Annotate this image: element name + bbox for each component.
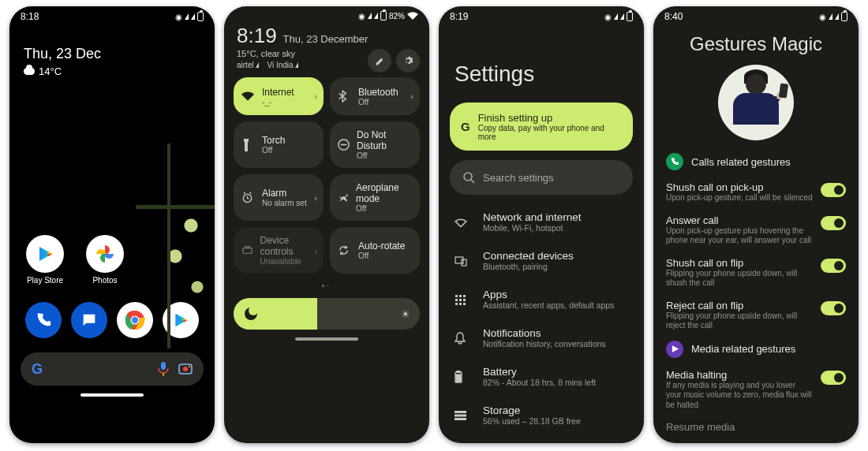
opt-shush-pickup[interactable]: Shush call on pick-upUpon pick-up gestur… [653,177,859,210]
tile-autorotate[interactable]: Auto-rotateOff [330,227,420,274]
media-icon [666,341,683,358]
signal-icon [185,13,189,20]
tile-device-controls[interactable]: Device controlsUnavailable › [234,227,324,274]
app-label: Play Store [27,276,63,285]
search-icon [462,171,475,184]
status-bar: 8:18 ◉ [9,6,215,22]
page-indicator: •· [224,281,429,290]
banner-sub: Copy data, pay with your phone and more [478,124,622,141]
section-calls: Calls related gestures [653,150,859,177]
qs-header: 8:19 Thu, 23 December 15°C, clear sky ai… [224,20,429,77]
tile-dnd[interactable]: Do Not DisturbOff [330,121,420,168]
toggle-switch[interactable] [821,216,846,230]
svg-rect-37 [455,411,466,413]
phone-settings: 8:19 ◉ Settings G Finish setting up Copy… [439,6,644,443]
svg-rect-20 [243,248,252,254]
opt-answer-call[interactable]: Answer callUpon pick-up gesture plus hov… [653,210,859,252]
google-search-bar[interactable]: G [21,352,204,386]
svg-rect-25 [455,295,458,297]
settings-row-notifications[interactable]: NotificationsNotification history, conve… [445,319,638,357]
svg-line-22 [471,180,474,183]
chevron-right-icon: › [314,193,317,203]
sun-icon: ☀ [401,308,410,320]
storage-icon [455,411,470,420]
wifi-icon [241,91,256,101]
dock-phone[interactable] [25,302,62,338]
dock-messages[interactable] [71,302,107,338]
settings-row-apps[interactable]: AppsAssistant, recent apps, default apps [445,280,638,319]
wifi-icon [455,218,470,227]
phone-quick-settings: ◉ 82% 8:19 Thu, 23 December 15°C, clear … [224,6,429,443]
app-label: Photos [92,276,117,285]
apps-icon [455,294,470,305]
widget-date: Thu, 23 Dec [24,46,200,62]
app-photos[interactable]: Photos [84,235,126,285]
airplane-icon [338,192,350,203]
search-placeholder: Search settings [483,172,554,184]
phone-icon [666,153,683,170]
signal-icon-2 [835,13,839,20]
finish-setup-banner[interactable]: G Finish setting up Copy data, pay with … [450,102,633,151]
svg-rect-31 [455,303,458,305]
hotspot-icon: ◉ [604,13,612,21]
mic-icon[interactable] [158,362,169,376]
home-widget[interactable]: Thu, 23 Dec 14°C [9,22,215,77]
status-bar: ◉ 82% [224,6,429,20]
settings-search[interactable]: Search settings [450,160,633,195]
nav-pill[interactable] [295,337,358,341]
tile-alarm[interactable]: AlarmNo alarm set › [234,174,324,221]
status-bar: 8:40 ◉ [653,6,859,22]
settings-row-storage[interactable]: Storage56% used – 28.18 GB free [445,396,638,434]
svg-point-16 [189,366,190,367]
brightness-slider[interactable]: ☀ [234,298,420,330]
toggle-switch[interactable] [821,371,846,385]
autorotate-icon [338,244,352,256]
alarm-icon [241,192,256,203]
section-media: Media related gestures [653,337,859,364]
settings-button[interactable] [396,49,420,73]
tile-airplane[interactable]: Aeroplane modeOff [330,174,420,221]
nav-pill[interactable] [80,393,144,397]
battery-icon [841,12,847,21]
signal-icon [614,13,618,20]
toggle-switch[interactable] [821,183,846,197]
tile-bluetooth[interactable]: BluetoothOff › [330,77,420,115]
svg-rect-38 [455,414,466,416]
hotspot-icon: ◉ [358,12,365,20]
toggle-switch[interactable] [821,301,846,315]
edit-tiles-button[interactable] [368,49,391,73]
moon-icon [245,308,257,320]
hotspot-icon: ◉ [175,13,182,21]
svg-marker-40 [672,345,678,352]
lens-icon[interactable] [178,362,193,376]
settings-row-connected[interactable]: Connected devicesBluetooth, pairing [445,241,638,280]
app-play-store[interactable]: Play Store [24,235,66,285]
bell-icon [455,332,470,345]
wifi-icon [407,12,418,20]
chevron-right-icon: › [314,246,317,255]
opt-shush-flip[interactable]: Shush call on flipFlipping your phone up… [653,252,859,295]
svg-rect-28 [455,299,458,301]
battery-icon [627,12,633,21]
tile-internet[interactable]: Internet-_- › [234,77,324,115]
svg-rect-26 [459,295,462,297]
signal-icon-2 [620,13,624,20]
tile-torch[interactable]: TorchOff [234,121,324,168]
opt-reject-flip[interactable]: Reject call on flipFlipping your phone u… [653,295,859,337]
opt-resume-media[interactable]: Resume media [653,416,859,439]
settings-title: Settings [439,22,644,102]
opt-media-halting[interactable]: Media haltingIf any media is playing and… [653,364,859,417]
svg-rect-24 [462,259,466,266]
battery-pct: 82% [389,12,405,20]
settings-row-network[interactable]: Network and internetMobile, Wi-Fi, hotsp… [445,203,638,241]
photos-icon [86,235,124,273]
settings-row-battery[interactable]: Battery82% - About 18 hrs, 8 mins left [445,357,638,396]
phone-gestures: 8:40 ◉ Gestures Magic Calls related gest… [653,6,859,443]
svg-rect-30 [463,299,466,301]
toggle-switch[interactable] [821,259,846,273]
chevron-right-icon: › [314,91,317,101]
signal-icon [829,13,832,20]
battery-icon [455,371,470,383]
dnd-icon [338,139,350,151]
device-controls-icon [241,244,253,256]
